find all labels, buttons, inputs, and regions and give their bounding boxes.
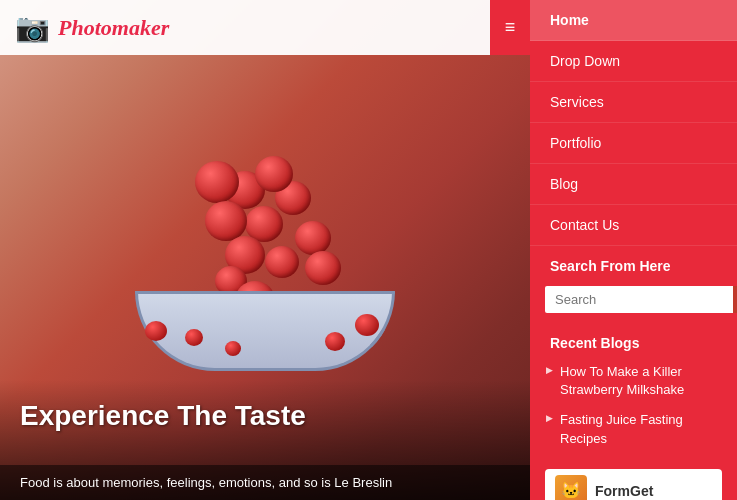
blog-item-1[interactable]: How To Make a Killer Strawberry Milkshak… [530, 357, 737, 405]
scattered-berry-5 [225, 341, 241, 356]
berry-6 [295, 221, 331, 255]
hero-section: Experience The Taste Food is about memor… [0, 0, 530, 500]
scattered-berry-3 [325, 332, 345, 351]
sidebar-item-portfolio[interactable]: Portfolio [530, 123, 737, 164]
berry-11 [305, 251, 341, 285]
scattered-berry-2 [185, 329, 203, 346]
sidebar-item-blog[interactable]: Blog [530, 164, 737, 205]
sidebar-item-services[interactable]: Services [530, 82, 737, 123]
search-input[interactable] [545, 286, 733, 313]
hero-title: Experience The Taste [20, 400, 306, 432]
hamburger-icon: ≡ [505, 17, 516, 38]
berry-3 [195, 161, 239, 203]
recent-blogs-title: Recent Blogs [530, 325, 737, 357]
sidebar-item-contact[interactable]: Contact Us [530, 205, 737, 246]
scattered-berry-1 [145, 321, 167, 341]
search-section-title: Search From Here [530, 246, 737, 280]
camera-icon: 📷 [15, 11, 50, 44]
berry-8 [265, 246, 299, 278]
sidebar: Home Drop Down Services Portfolio Blog C… [530, 0, 737, 500]
search-wrapper: 🔍 [530, 280, 737, 325]
formget-avatar-icon: 🐱 [555, 475, 587, 500]
logo-text: Photomaker [58, 15, 169, 41]
menu-toggle-button[interactable]: ≡ [490, 0, 530, 55]
berry-bowl-image [125, 151, 405, 371]
formget-label: FormGet [595, 483, 653, 499]
hero-subtitle: Food is about memories, feelings, emotio… [0, 465, 530, 500]
berry-5 [205, 201, 247, 241]
sidebar-item-dropdown[interactable]: Drop Down [530, 41, 737, 82]
hero-text-block: Experience The Taste [20, 400, 306, 440]
blog-item-2[interactable]: Fasting Juice Fasting Recipes [530, 405, 737, 453]
header: 📷 Photomaker [0, 0, 530, 55]
sidebar-item-home[interactable]: Home [530, 0, 737, 41]
berry-9 [255, 156, 293, 192]
search-button[interactable]: 🔍 [733, 286, 737, 313]
formget-badge[interactable]: 🐱 FormGet [545, 469, 722, 500]
scattered-berry-4 [355, 314, 379, 336]
